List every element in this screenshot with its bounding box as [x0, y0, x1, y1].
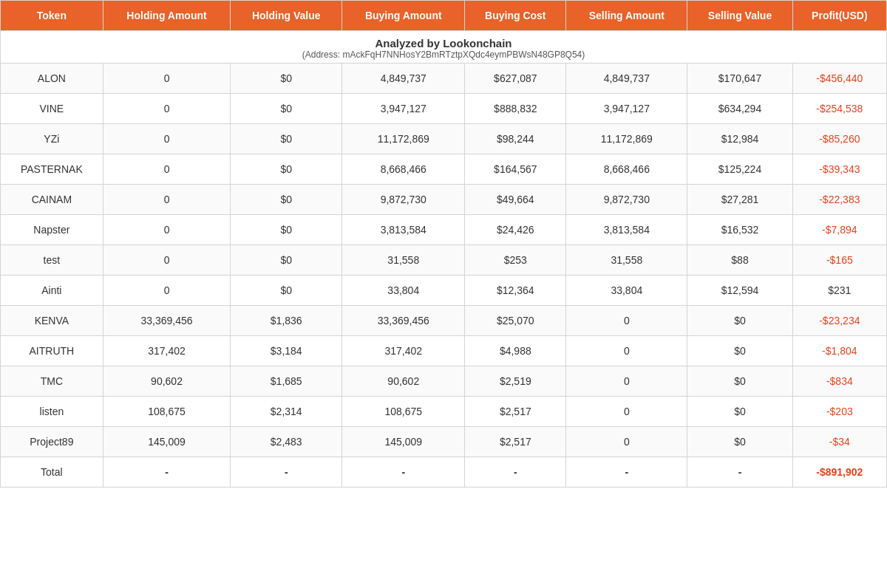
data-cell: 0	[566, 397, 687, 427]
data-cell: $0	[687, 397, 792, 427]
data-cell: 145,009	[103, 427, 231, 457]
data-cell: $27,281	[687, 185, 792, 215]
data-cell: $0	[687, 306, 792, 336]
total-cell: Total	[1, 457, 103, 488]
analyzed-address: (Address: mAckFqH7NNHosY2BmRTztpXQdc4eym…	[4, 49, 883, 60]
data-cell: $1,836	[231, 306, 342, 336]
col-buying-cost: Buying Cost	[465, 1, 566, 31]
data-cell: 108,675	[342, 397, 465, 427]
data-cell: PASTERNAK	[1, 154, 103, 185]
table-row: VINE0$03,947,127$888,8323,947,127$634,29…	[1, 94, 887, 124]
data-cell: $0	[231, 215, 342, 245]
data-cell: 33,369,456	[342, 306, 465, 336]
data-cell: 0	[103, 94, 231, 124]
data-cell: listen	[1, 397, 103, 427]
profit-cell: -$22,383	[792, 185, 886, 215]
data-cell: 33,804	[566, 276, 687, 306]
total-cell: -	[687, 457, 792, 488]
header-row: Token Holding Amount Holding Value Buyin…	[1, 1, 887, 31]
table-row: TMC90,602$1,68590,602$2,5190$0-$834	[1, 366, 887, 397]
analyzed-title: Analyzed by Lookonchain	[4, 37, 883, 49]
data-cell: 0	[103, 154, 231, 185]
data-cell: $4,988	[465, 336, 566, 366]
table-row: AITRUTH317,402$3,184317,402$4,9880$0-$1,…	[1, 336, 887, 366]
data-cell: 33,369,456	[103, 306, 231, 336]
profit-cell: -$456,440	[792, 64, 886, 94]
table-row: KENVA33,369,456$1,83633,369,456$25,0700$…	[1, 306, 887, 336]
data-cell: $0	[231, 185, 342, 215]
data-cell: $2,517	[465, 427, 566, 457]
total-cell: -	[342, 457, 465, 488]
data-cell: test	[1, 245, 103, 276]
data-cell: $3,184	[231, 336, 342, 366]
data-cell: 317,402	[103, 336, 231, 366]
data-cell: AITRUTH	[1, 336, 103, 366]
profit-cell: -$85,260	[792, 124, 886, 154]
data-cell: 4,849,737	[342, 64, 465, 94]
data-cell: $0	[687, 336, 792, 366]
profit-cell: -$254,538	[792, 94, 886, 124]
data-cell: 33,804	[342, 276, 465, 306]
analyzed-row: Analyzed by Lookonchain (Address: mAckFq…	[1, 31, 887, 64]
data-cell: 0	[103, 185, 231, 215]
data-cell: $98,244	[465, 124, 566, 154]
data-cell: 11,172,869	[566, 124, 687, 154]
data-cell: $0	[231, 64, 342, 94]
profit-cell: -$23,234	[792, 306, 886, 336]
data-cell: 0	[103, 64, 231, 94]
data-cell: 4,849,737	[566, 64, 687, 94]
total-cell: -	[465, 457, 566, 488]
data-cell: 0	[566, 306, 687, 336]
data-cell: $2,314	[231, 397, 342, 427]
profit-cell: -$165	[792, 245, 886, 276]
total-cell: -	[103, 457, 231, 488]
data-cell: $170,647	[687, 64, 792, 94]
data-cell: Napster	[1, 215, 103, 245]
data-cell: 8,668,466	[566, 154, 687, 185]
data-cell: $2,519	[465, 366, 566, 397]
total-cell: -	[231, 457, 342, 488]
col-holding-amount: Holding Amount	[103, 1, 231, 31]
data-cell: $49,664	[465, 185, 566, 215]
table-row: listen108,675$2,314108,675$2,5170$0-$203	[1, 397, 887, 427]
table-row: YZi0$011,172,869$98,24411,172,869$12,984…	[1, 124, 887, 154]
data-cell: 9,872,730	[566, 185, 687, 215]
data-cell: Project89	[1, 427, 103, 457]
profit-cell: -$203	[792, 397, 886, 427]
data-cell: $0	[231, 124, 342, 154]
data-cell: 108,675	[103, 397, 231, 427]
data-cell: $0	[231, 154, 342, 185]
data-cell: 31,558	[342, 245, 465, 276]
data-cell: ALON	[1, 64, 103, 94]
data-cell: 0	[566, 366, 687, 397]
data-cell: 0	[566, 427, 687, 457]
data-cell: 0	[103, 276, 231, 306]
data-cell: $627,087	[465, 64, 566, 94]
data-cell: $12,364	[465, 276, 566, 306]
col-selling-value: Selling Value	[687, 1, 792, 31]
data-cell: YZi	[1, 124, 103, 154]
data-cell: $164,567	[465, 154, 566, 185]
data-cell: 11,172,869	[342, 124, 465, 154]
data-cell: $1,685	[231, 366, 342, 397]
col-buying-amount: Buying Amount	[342, 1, 465, 31]
profit-cell: -$7,894	[792, 215, 886, 245]
profit-cell: -$834	[792, 366, 886, 397]
table-row: Ainti0$033,804$12,36433,804$12,594$231	[1, 276, 887, 306]
profit-cell: -$39,343	[792, 154, 886, 185]
data-cell: TMC	[1, 366, 103, 397]
data-cell: $24,426	[465, 215, 566, 245]
col-holding-value: Holding Value	[231, 1, 342, 31]
data-cell: 0	[103, 215, 231, 245]
data-cell: $0	[231, 245, 342, 276]
data-cell: 0	[103, 124, 231, 154]
profit-cell: $231	[792, 276, 886, 306]
data-cell: 9,872,730	[342, 185, 465, 215]
data-cell: $634,294	[687, 94, 792, 124]
profit-cell: -$1,804	[792, 336, 886, 366]
data-cell: $12,594	[687, 276, 792, 306]
data-cell: 31,558	[566, 245, 687, 276]
col-profit: Profit(USD)	[792, 1, 886, 31]
data-cell: KENVA	[1, 306, 103, 336]
data-cell: Ainti	[1, 276, 103, 306]
